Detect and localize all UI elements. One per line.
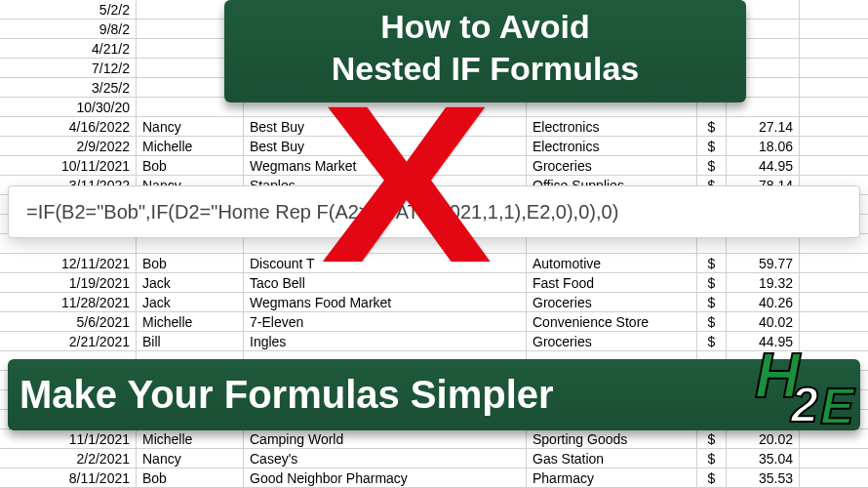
cell-amount[interactable]: 40.02	[727, 312, 800, 331]
cell-date[interactable]: 11/1/2021	[0, 429, 137, 448]
cell-category[interactable]: Sporting Goods	[527, 429, 697, 448]
formula-bar[interactable]: =IF(B2="Bob",IF(D2="Home Rep F(A2>=DATE(…	[8, 185, 860, 238]
title-banner-bottom: Make Your Formulas Simpler	[8, 359, 860, 430]
cell-category[interactable]: Pharmacy	[527, 468, 697, 487]
cell-date[interactable]: 10/11/2021	[0, 156, 137, 175]
cell-date[interactable]: 5/6/2021	[0, 312, 137, 331]
cell-name[interactable]: Nancy	[137, 117, 244, 136]
cell-amount[interactable]: 18.06	[727, 137, 800, 155]
cell-date[interactable]: 2/2/2021	[0, 449, 137, 468]
cell-currency[interactable]: $	[697, 273, 727, 292]
cell-store[interactable]: Wegmans Market	[244, 156, 527, 175]
table-row[interactable]: 5/6/2021Michelle7-ElevenConvenience Stor…	[0, 312, 868, 332]
cell-date[interactable]: 4/21/2	[0, 39, 137, 58]
cell-amount[interactable]: 44.95	[727, 156, 800, 175]
table-row[interactable]: 8/11/2021BobGood Neighbor PharmacyPharma…	[0, 468, 868, 488]
table-row[interactable]: 11/28/2021JackWegmans Food MarketGroceri…	[0, 293, 868, 312]
title-line-2: Nested IF Formulas	[234, 48, 736, 90]
cell-category[interactable]: Electronics	[527, 137, 697, 155]
cell-store[interactable]: Casey's	[244, 449, 527, 468]
cell-date[interactable]: 2/21/2021	[0, 332, 137, 350]
table-row[interactable]: 2/9/2022MichelleBest BuyElectronics$18.0…	[0, 137, 868, 156]
cell-category[interactable]: Gas Station	[527, 449, 697, 468]
cell-date[interactable]: 2/9/2022	[0, 137, 137, 155]
cell-currency[interactable]: $	[697, 429, 727, 448]
cell-name[interactable]: Michelle	[137, 429, 244, 448]
cell-date[interactable]: 5/2/2	[0, 0, 137, 19]
cell-store[interactable]: Camping World	[244, 429, 527, 448]
cell-currency[interactable]: $	[697, 312, 727, 331]
cell-currency[interactable]: $	[697, 254, 727, 272]
title-banner-top: How to Avoid Nested IF Formulas	[224, 0, 746, 102]
cell-amount[interactable]: 35.53	[727, 468, 800, 487]
title-line-1: How to Avoid	[234, 6, 736, 48]
cell-amount[interactable]: 59.77	[727, 254, 800, 272]
table-row[interactable]: 11/1/2021MichelleCamping WorldSporting G…	[0, 429, 868, 449]
cell-name[interactable]: Bill	[137, 332, 244, 350]
cell-currency[interactable]: $	[697, 449, 727, 468]
table-row[interactable]: 2/21/2021BillInglesGroceries$44.95	[0, 332, 868, 351]
cell-store[interactable]: Wegmans Food Market	[244, 293, 527, 311]
cell-category[interactable]: Groceries	[527, 156, 697, 175]
cell-name[interactable]: Bob	[137, 254, 244, 272]
cell-amount[interactable]: 44.95	[727, 332, 800, 350]
cell-store[interactable]: Best Buy	[244, 117, 527, 136]
cell-currency[interactable]: $	[697, 468, 727, 487]
cell-category[interactable]: Convenience Store	[527, 312, 697, 331]
cell-category[interactable]: Fast Food	[527, 273, 697, 292]
cell-amount[interactable]: 35.04	[727, 449, 800, 468]
cell-date[interactable]: 8/11/2021	[0, 468, 137, 487]
table-row[interactable]: 1/19/2021JackTaco BellFast Food$19.32	[0, 273, 868, 293]
cell-store[interactable]: Ingles	[244, 332, 527, 350]
cell-amount[interactable]: 27.14	[727, 117, 800, 136]
cell-currency[interactable]: $	[697, 156, 727, 175]
formula-text: =IF(B2="Bob",IF(D2="Home Rep F(A2>=DATE(…	[26, 201, 618, 224]
cell-name[interactable]: Jack	[137, 273, 244, 292]
cell-date[interactable]: 11/28/2021	[0, 293, 137, 311]
cell-date[interactable]: 1/19/2021	[0, 273, 137, 292]
table-row[interactable]: 2/2/2021NancyCasey'sGas Station$35.04	[0, 449, 868, 468]
cell-store[interactable]: Discount T	[244, 254, 527, 272]
cell-name[interactable]: Michelle	[137, 137, 244, 155]
cell-date[interactable]: 3/25/2	[0, 78, 137, 97]
cell-date[interactable]: 10/30/20	[0, 98, 137, 116]
cell-category[interactable]: Automotive	[527, 254, 697, 272]
cell-store[interactable]: 7-Eleven	[244, 312, 527, 331]
cell-currency[interactable]: $	[697, 332, 727, 350]
cell-amount[interactable]: 19.32	[727, 273, 800, 292]
cell-store[interactable]: Taco Bell	[244, 273, 527, 292]
cell-date[interactable]: 12/11/2021	[0, 254, 137, 272]
cell-name[interactable]: Bob	[137, 156, 244, 175]
cell-amount[interactable]: 20.02	[727, 429, 800, 448]
cell-date[interactable]: 9/8/2	[0, 20, 137, 38]
cell-name[interactable]: Bob	[137, 468, 244, 487]
cell-currency[interactable]: $	[697, 293, 727, 311]
cell-amount[interactable]: 40.26	[727, 293, 800, 311]
table-row[interactable]: 10/11/2021BobWegmans MarketGroceries$44.…	[0, 156, 868, 176]
cell-category[interactable]: Groceries	[527, 293, 697, 311]
cell-store[interactable]: Best Buy	[244, 137, 527, 155]
cell-name[interactable]: Jack	[137, 293, 244, 311]
cell-category[interactable]: Groceries	[527, 332, 697, 350]
cell-name[interactable]: Michelle	[137, 312, 244, 331]
cell-currency[interactable]: $	[697, 117, 727, 136]
table-row[interactable]: 12/11/2021BobDiscount TAutomotive$59.77	[0, 254, 868, 273]
cell-name[interactable]: Nancy	[137, 449, 244, 468]
cell-date[interactable]: 4/16/2022	[0, 117, 137, 136]
subtitle-text: Make Your Formulas Simpler	[20, 373, 554, 416]
cell-category[interactable]: Electronics	[527, 117, 697, 136]
table-row[interactable]: 4/16/2022NancyBest BuyElectronics$27.14	[0, 117, 868, 137]
cell-store[interactable]: Good Neighbor Pharmacy	[244, 468, 527, 487]
cell-currency[interactable]: $	[697, 137, 727, 155]
cell-date[interactable]: 7/12/2	[0, 59, 137, 77]
